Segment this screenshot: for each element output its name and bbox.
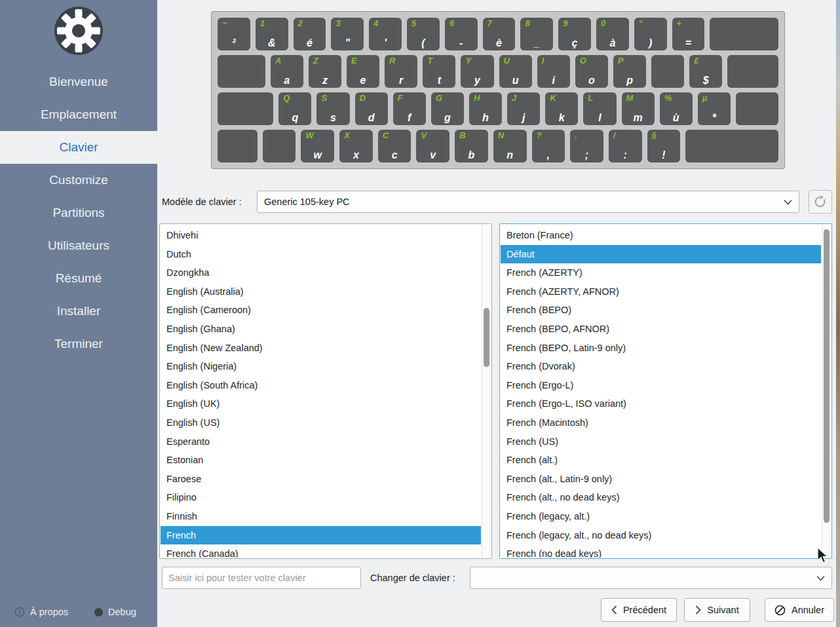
layout-list-scrollbar[interactable] (482, 225, 491, 558)
variant-list-scrollbar[interactable] (822, 225, 831, 558)
layout-option[interactable]: Dzongkha (161, 263, 481, 282)
key: Ll (583, 92, 616, 125)
variant-option[interactable]: French (alt., Latin-9 only) (501, 470, 821, 489)
cancel-label: Annuler (792, 605, 824, 615)
key: Mm (622, 92, 655, 125)
gear-logo-icon (54, 6, 104, 56)
sidebar: BienvenueEmplacementClavierCustomizePart… (0, 0, 157, 627)
variant-option[interactable]: French (Macintosh) (501, 413, 821, 432)
info-icon (14, 607, 25, 617)
key: Vv (416, 130, 449, 162)
key (263, 130, 296, 162)
key: 7è (483, 18, 516, 50)
key: Uu (499, 55, 532, 88)
layout-option[interactable]: English (New Zealand) (161, 339, 481, 358)
key: Dd (355, 92, 388, 125)
key: /: (609, 130, 642, 162)
key: Aa (271, 55, 303, 88)
key: Bb (455, 130, 488, 162)
key: Cc (378, 130, 411, 162)
next-button[interactable]: Suivant (684, 598, 750, 622)
key: 0à (596, 18, 629, 50)
key: 3" (331, 18, 364, 50)
layout-option[interactable]: Estonian (161, 451, 481, 470)
layout-option[interactable]: Finnish (161, 507, 481, 526)
layout-option[interactable]: English (Australia) (161, 282, 481, 301)
debug-icon (94, 608, 103, 617)
layout-option[interactable]: English (US) (161, 413, 481, 432)
key: += (672, 18, 705, 50)
key: ?, (532, 130, 565, 162)
variant-option[interactable]: Défaut (501, 245, 821, 264)
layout-option[interactable]: Esperanto (161, 432, 481, 451)
variant-option[interactable]: French (BEPO, AFNOR) (501, 320, 821, 339)
variant-option[interactable]: Breton (France) (501, 226, 821, 245)
variant-option[interactable]: French (alt.) (501, 451, 821, 470)
keyboard-test-input[interactable] (162, 567, 361, 589)
key: 5( (407, 18, 440, 50)
chevron-left-icon (611, 605, 617, 615)
sidebar-step: Bienvenue (0, 66, 157, 98)
variant-option[interactable]: French (BEPO, Latin-9 only) (501, 339, 821, 358)
cancel-icon (774, 605, 786, 616)
keyboard-row-3: QqSsDdFfGgHhJjKkLlMm%ùµ* (218, 92, 778, 125)
mouse-cursor (816, 547, 831, 564)
key: Tt (423, 55, 455, 88)
layout-option[interactable]: Filipino (161, 488, 481, 507)
layout-option[interactable]: English (South Africa) (161, 376, 481, 395)
layout-option[interactable]: Dhivehi (161, 226, 481, 245)
layout-option[interactable]: English (UK) (161, 394, 481, 413)
about-label: À propos (30, 607, 68, 617)
keyboard-model-combobox[interactable]: Generic 105-key PC (257, 191, 799, 213)
sidebar-step: Installer (0, 295, 157, 328)
key (218, 130, 258, 162)
key: Rr (385, 55, 417, 88)
layout-option[interactable]: English (Nigeria) (161, 357, 481, 376)
chevron-down-icon (816, 575, 825, 581)
variant-option[interactable]: French (Ergo-L) (501, 376, 821, 395)
variant-option[interactable]: French (legacy, alt.) (501, 507, 821, 526)
scrollbar-thumb[interactable] (824, 229, 830, 523)
chevron-down-icon (784, 199, 792, 205)
layout-option[interactable]: Dutch (161, 245, 481, 264)
about-button[interactable]: À propos (14, 607, 68, 617)
variant-option[interactable]: French (AZERTY) (501, 263, 821, 282)
scrollbar-thumb[interactable] (484, 308, 489, 367)
distro-logo (0, 6, 157, 56)
install-steps: BienvenueEmplacementClavierCustomizePart… (0, 66, 157, 360)
variant-option[interactable]: French (AZERTY, AFNOR) (501, 282, 821, 301)
switch-keyboard-combobox[interactable] (470, 567, 832, 589)
variant-option[interactable]: French (alt., no dead keys) (501, 488, 821, 507)
key: °) (634, 18, 667, 50)
key (218, 55, 265, 88)
layout-option[interactable]: English (Ghana) (161, 320, 481, 339)
variant-option[interactable]: French (legacy, alt., no dead keys) (501, 526, 821, 545)
layout-option[interactable]: Faroese (161, 470, 481, 489)
key: Hh (469, 92, 502, 125)
sidebar-step: Partitions (0, 197, 157, 229)
key (736, 92, 778, 125)
layout-option[interactable]: French (Canada) (161, 544, 481, 558)
key: 4' (369, 18, 402, 50)
reset-model-button[interactable] (809, 190, 832, 214)
variant-option[interactable]: French (Ergo-L, ISO variant) (501, 394, 821, 413)
variant-option[interactable]: French (BEPO) (501, 301, 821, 320)
previous-button[interactable]: Précédent (601, 598, 677, 622)
layout-option[interactable]: French (161, 526, 481, 545)
keyboard-row-1: ~²1&2é3"4'5(6-7è8_9ç0à°)+= (218, 18, 778, 50)
debug-button[interactable]: Debug (94, 607, 136, 617)
variant-option[interactable]: French (no dead keys) (501, 544, 821, 558)
variant-options: Breton (France)DéfautFrench (AZERTY)Fren… (501, 226, 821, 558)
key: %ù (660, 92, 693, 125)
key: Ee (347, 55, 379, 88)
key (685, 130, 778, 162)
sidebar-step: Terminer (0, 328, 157, 360)
variant-option[interactable]: French (Dvorak) (501, 357, 821, 376)
cancel-button[interactable]: Annuler (765, 598, 834, 622)
layout-options: DhivehiDutchDzongkhaEnglish (Australia)E… (161, 226, 481, 558)
layout-option[interactable]: English (Cameroon) (161, 301, 481, 320)
variant-option[interactable]: French (US) (501, 432, 821, 451)
key: Ff (393, 92, 426, 125)
sidebar-step: Customize (0, 164, 157, 197)
keyboard-model-value: Generic 105-key PC (264, 191, 350, 212)
